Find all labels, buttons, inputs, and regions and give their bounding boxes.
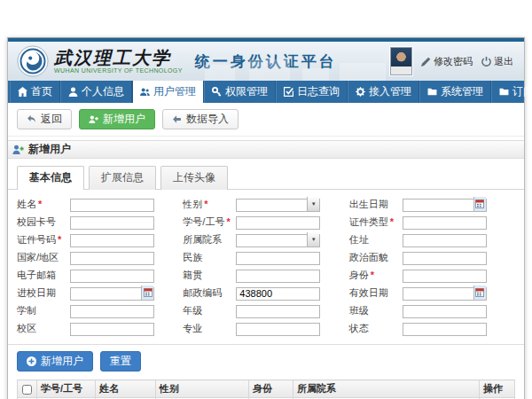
department-dropdown-button[interactable]: ▼ xyxy=(307,232,319,246)
toolbar: 返回 新增用户 数据导入 xyxy=(8,103,524,137)
form-row: 姓名*性别*▼出生日期 xyxy=(17,196,515,212)
submit-add-user-label: 新增用户 xyxy=(41,354,83,369)
nav-item-subscription-management[interactable]: 订阅管理 xyxy=(491,81,532,103)
table-column-header: 性别 xyxy=(156,380,249,398)
select-all-header xyxy=(18,380,37,398)
import-arrow-icon xyxy=(172,114,182,124)
id-type-input[interactable] xyxy=(403,216,487,230)
tab-basic-info[interactable]: 基本信息 xyxy=(17,166,84,190)
tab-extended-info[interactable]: 扩展信息 xyxy=(89,166,156,190)
email-input[interactable] xyxy=(70,270,154,283)
main-nav: 首页个人信息用户管理权限管理日志查询接入管理系统管理订阅管理 xyxy=(8,81,524,103)
country-region-field-group: 国家/地区 xyxy=(17,249,183,265)
major-input[interactable] xyxy=(236,323,320,336)
table-column-header: 操作 xyxy=(480,380,515,398)
grade-input[interactable] xyxy=(236,305,320,318)
postal-code-field-group: 邮政编码 xyxy=(183,285,348,301)
native-place-field-group: 籍贯 xyxy=(183,267,348,283)
back-button-label: 返回 xyxy=(41,112,62,127)
id-number-label: 证件号码* xyxy=(17,233,70,246)
class-label: 班级 xyxy=(349,304,403,317)
postal-code-label: 邮政编码 xyxy=(183,286,236,300)
gear-icon xyxy=(356,87,365,97)
birth-date-label: 出生日期 xyxy=(349,198,403,211)
required-marker: * xyxy=(390,216,394,227)
id-number-field-group: 证件号码* xyxy=(17,231,183,247)
major-field-group: 专业 xyxy=(183,320,348,336)
tab-upload-avatar[interactable]: 上传头像 xyxy=(160,166,228,190)
gender-field-group: 性别*▼ xyxy=(183,196,348,212)
study-length-input[interactable] xyxy=(70,305,154,318)
change-password-link[interactable]: 修改密码 xyxy=(421,55,473,68)
status-input[interactable] xyxy=(403,323,487,336)
study-length-field-group: 学制 xyxy=(17,302,183,318)
toolbar-add-user-label: 新增用户 xyxy=(103,112,145,127)
enroll-date-field-group: 进校日期 xyxy=(17,285,183,301)
campus-card-label: 校园卡号 xyxy=(17,215,70,229)
name-label: 姓名* xyxy=(17,198,70,211)
reset-button[interactable]: 重置 xyxy=(100,351,141,372)
circle-plus-icon xyxy=(27,356,36,366)
address-field-group: 住址 xyxy=(349,231,515,247)
campus-card-input[interactable] xyxy=(70,216,154,230)
university-name-en: WUHAN UNIVERSITY OF TECHNOLOGY xyxy=(54,67,183,74)
gender-dropdown-button[interactable]: ▼ xyxy=(307,197,319,211)
form-row: 进校日期邮政编码有效日期 xyxy=(17,285,515,301)
class-field-group: 班级 xyxy=(349,302,515,318)
nav-item-home[interactable]: 首页 xyxy=(10,81,60,103)
toolbar-add-user-button[interactable]: 新增用户 xyxy=(79,109,155,129)
identity-input[interactable] xyxy=(403,270,487,283)
power-icon xyxy=(481,57,491,66)
country-region-input[interactable] xyxy=(70,252,154,265)
person-icon xyxy=(68,87,78,97)
student-id-label: 学号/工号* xyxy=(183,215,236,229)
political-status-input[interactable] xyxy=(403,252,487,265)
select-all-checkbox[interactable] xyxy=(22,385,32,395)
campus-field-group: 校区 xyxy=(17,320,183,336)
data-import-button[interactable]: 数据导入 xyxy=(162,109,239,129)
postal-code-input[interactable] xyxy=(236,287,320,301)
nav-item-permission-management[interactable]: 权限管理 xyxy=(204,81,276,103)
back-button[interactable]: 返回 xyxy=(17,109,72,129)
campus-input[interactable] xyxy=(70,323,154,336)
class-input[interactable] xyxy=(403,305,487,318)
student-id-input[interactable] xyxy=(236,216,320,230)
department-field-group: 所属院系▼ xyxy=(183,231,348,247)
form-row: 校区专业状态 xyxy=(17,320,515,336)
table-column-header: 姓名 xyxy=(96,380,156,398)
user-table-zone: 学号/工号姓名性别身份所属院系操作 xyxy=(8,378,524,399)
id-number-input[interactable] xyxy=(70,234,154,247)
table-column-header: 所属院系 xyxy=(293,380,480,398)
submit-add-user-button[interactable]: 新增用户 xyxy=(17,351,93,372)
required-marker: * xyxy=(226,216,230,227)
nav-item-system-management[interactable]: 系统管理 xyxy=(419,81,491,103)
logout-link[interactable]: 退出 xyxy=(481,55,513,68)
native-place-input[interactable] xyxy=(236,270,320,283)
address-input[interactable] xyxy=(403,234,487,247)
political-status-label: 政治面貌 xyxy=(349,251,403,264)
pencil-icon xyxy=(421,57,431,66)
nav-item-profile[interactable]: 个人信息 xyxy=(60,81,132,103)
enroll-date-calendar-button[interactable] xyxy=(141,286,153,300)
valid-date-calendar-button[interactable] xyxy=(473,286,486,300)
nav-item-label: 用户管理 xyxy=(153,84,196,99)
form-tabstrip: 基本信息扩展信息上传头像 xyxy=(8,159,524,190)
name-input[interactable] xyxy=(70,199,154,212)
nav-item-label: 权限管理 xyxy=(225,84,268,99)
ethnicity-input[interactable] xyxy=(236,252,320,265)
native-place-label: 籍贯 xyxy=(183,269,236,282)
home-icon xyxy=(18,87,27,97)
political-status-field-group: 政治面貌 xyxy=(349,249,515,265)
nav-item-label: 个人信息 xyxy=(82,84,124,99)
calendar-icon xyxy=(475,288,484,297)
users-icon xyxy=(140,87,150,97)
table-column-header: 学号/工号 xyxy=(37,380,96,398)
student-id-field-group: 学号/工号* xyxy=(183,214,348,230)
birth-date-calendar-button[interactable] xyxy=(473,197,486,211)
nav-item-access-management[interactable]: 接入管理 xyxy=(348,81,419,103)
nav-item-log-query[interactable]: 日志查询 xyxy=(276,81,348,103)
grade-field-group: 年级 xyxy=(183,302,348,318)
form-actions: 新增用户 重置 xyxy=(8,345,524,378)
email-field-group: 电子邮箱 xyxy=(17,267,183,283)
nav-item-user-management[interactable]: 用户管理 xyxy=(132,81,204,103)
